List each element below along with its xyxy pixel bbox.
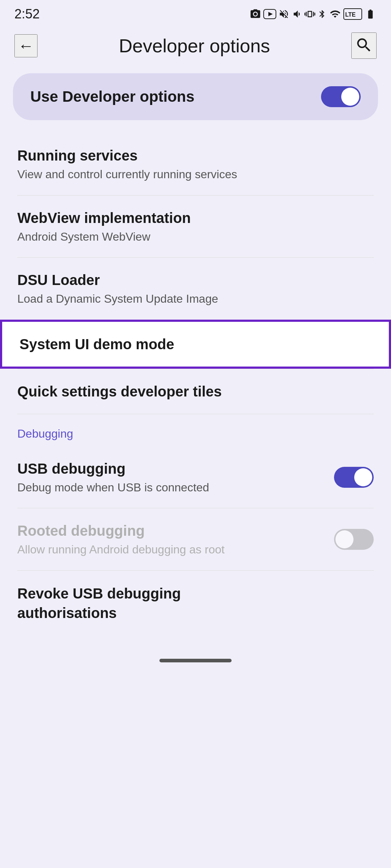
youtube-icon bbox=[263, 9, 276, 19]
back-button[interactable]: ← bbox=[14, 34, 38, 57]
list-item[interactable]: Quick settings developer tiles bbox=[0, 369, 391, 414]
toggle-knob bbox=[335, 530, 353, 548]
settings-list: Running services View and control curren… bbox=[0, 133, 391, 650]
top-bar: ← Developer options bbox=[0, 25, 391, 66]
back-arrow-icon: ← bbox=[18, 37, 34, 54]
bluetooth-icon bbox=[317, 9, 327, 19]
settings-item-title: DSU Loader bbox=[17, 271, 374, 289]
rooted-debugging-toggle bbox=[334, 529, 374, 550]
volume-down-icon bbox=[291, 9, 302, 19]
settings-item-title: WebView implementation bbox=[17, 209, 374, 227]
settings-item-text: WebView implementation Android System We… bbox=[17, 209, 374, 245]
list-item[interactable]: Running services View and control curren… bbox=[0, 133, 391, 195]
settings-item-subtitle: Android System WebView bbox=[17, 229, 374, 245]
settings-item-title: System UI demo mode bbox=[19, 335, 372, 354]
settings-item-text: DSU Loader Load a Dynamic System Update … bbox=[17, 271, 374, 307]
settings-item-title: Running services bbox=[17, 146, 374, 165]
svg-marker-1 bbox=[268, 12, 273, 16]
home-indicator bbox=[0, 650, 391, 673]
settings-item-text: USB debugging Debug mode when USB is con… bbox=[17, 459, 334, 495]
developer-toggle-switch[interactable] bbox=[321, 86, 361, 107]
debugging-section-header: Debugging bbox=[0, 414, 391, 446]
list-item[interactable]: Revoke USB debuggingauthorisations bbox=[0, 571, 391, 636]
settings-item-subtitle: Allow running Android debugging as root bbox=[17, 542, 334, 557]
settings-item-title: Quick settings developer tiles bbox=[17, 382, 374, 401]
settings-item-title: Rooted debugging bbox=[17, 521, 334, 540]
settings-item-text: Quick settings developer tiles bbox=[17, 382, 374, 401]
lte-icon: LTE bbox=[343, 8, 362, 20]
list-item[interactable]: WebView implementation Android System We… bbox=[0, 196, 391, 258]
usb-debugging-toggle[interactable] bbox=[334, 467, 374, 488]
list-item: Rooted debugging Allow running Android d… bbox=[0, 508, 391, 570]
settings-item-text: System UI demo mode bbox=[19, 335, 372, 354]
toggle-knob bbox=[341, 88, 359, 106]
status-icons: LTE bbox=[250, 8, 377, 20]
svg-text:LTE: LTE bbox=[345, 12, 356, 18]
settings-item-subtitle: View and control currently running servi… bbox=[17, 167, 374, 182]
search-button[interactable] bbox=[351, 32, 377, 59]
settings-item-title: USB debugging bbox=[17, 459, 334, 478]
search-icon bbox=[355, 36, 373, 54]
developer-toggle-label: Use Developer options bbox=[30, 88, 194, 105]
wifi-icon bbox=[329, 9, 341, 19]
battery-icon bbox=[364, 9, 377, 19]
mute-icon bbox=[278, 9, 289, 19]
system-ui-demo-mode-item[interactable]: System UI demo mode bbox=[0, 320, 391, 369]
camera-icon bbox=[250, 8, 261, 20]
settings-item-text: Revoke USB debuggingauthorisations bbox=[17, 584, 374, 623]
vibrate-icon bbox=[304, 9, 315, 19]
status-time: 2:52 bbox=[14, 6, 40, 22]
settings-item-text: Rooted debugging Allow running Android d… bbox=[17, 521, 334, 557]
toggle-knob bbox=[354, 468, 372, 486]
settings-item-subtitle: Load a Dynamic System Update Image bbox=[17, 291, 374, 307]
status-bar: 2:52 L bbox=[0, 0, 391, 25]
page-title: Developer options bbox=[38, 35, 351, 57]
developer-toggle-card[interactable]: Use Developer options bbox=[13, 73, 378, 120]
home-bar bbox=[159, 659, 232, 662]
list-item[interactable]: USB debugging Debug mode when USB is con… bbox=[0, 446, 391, 508]
settings-item-text: Running services View and control curren… bbox=[17, 146, 374, 182]
settings-item-subtitle: Debug mode when USB is connected bbox=[17, 480, 334, 495]
list-item[interactable]: DSU Loader Load a Dynamic System Update … bbox=[0, 258, 391, 320]
settings-item-title: Revoke USB debuggingauthorisations bbox=[17, 584, 374, 623]
